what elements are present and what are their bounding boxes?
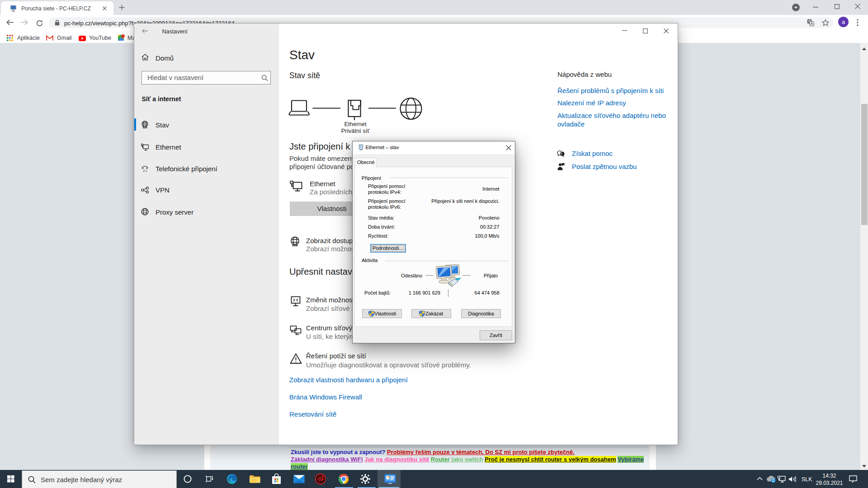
svg-text:?: ? bbox=[561, 152, 562, 155]
